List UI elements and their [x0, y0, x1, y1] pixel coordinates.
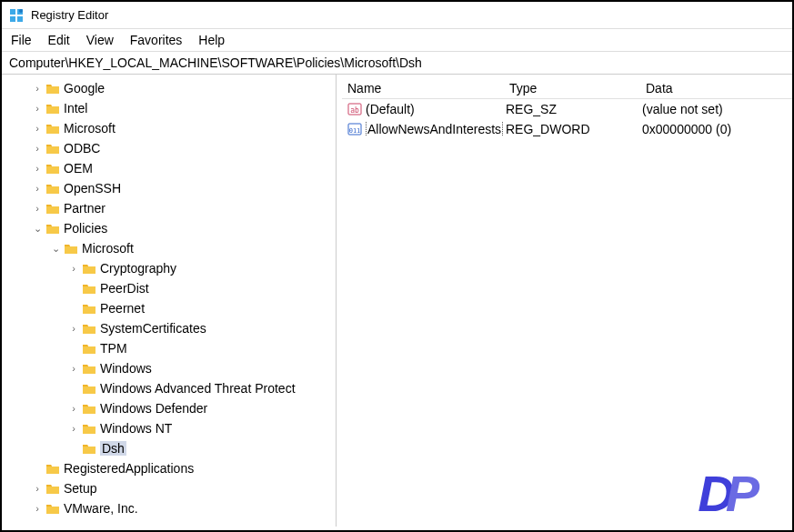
tree-item-registeredapplications[interactable]: ›RegisteredApplications [5, 458, 336, 478]
tree-item-oem[interactable]: ›OEM [5, 158, 336, 178]
tree-item-defender[interactable]: ›Windows Defender [5, 398, 336, 418]
folder-icon [82, 402, 96, 415]
reg-sz-icon: ab [347, 102, 362, 116]
svg-text:ab: ab [350, 106, 359, 115]
tree-item-windows[interactable]: ›Windows [5, 358, 336, 378]
col-data[interactable]: Data [640, 78, 792, 98]
address-bar[interactable]: Computer\HKEY_LOCAL_MACHINE\SOFTWARE\Pol… [2, 52, 792, 75]
tree-item-partner[interactable]: ›Partner [5, 198, 336, 218]
main-split: ›Google ›Intel ›Microsoft ›ODBC ›OEM ›Op… [2, 75, 792, 527]
values-pane: Name Type Data ab (Default) REG_SZ (valu… [337, 75, 792, 527]
menu-favorites[interactable]: Favorites [130, 33, 183, 47]
menu-view[interactable]: View [86, 33, 114, 47]
tree-item-google[interactable]: ›Google [5, 78, 336, 98]
folder-icon [45, 222, 60, 235]
window-title: Registry Editor [31, 8, 108, 22]
folder-icon [82, 442, 96, 455]
value-row-allownews[interactable]: 011 AllowNewsAndInterests REG_DWORD 0x00… [342, 119, 792, 139]
regedit-app-icon [9, 8, 24, 23]
col-name[interactable]: Name [342, 78, 504, 98]
menu-file[interactable]: File [11, 33, 32, 47]
svg-rect-3 [17, 16, 23, 22]
title-bar: Registry Editor [2, 2, 792, 29]
tree-item-intel[interactable]: ›Intel [5, 98, 336, 118]
svg-rect-0 [10, 9, 15, 15]
folder-icon [45, 142, 60, 155]
value-type: REG_SZ [506, 102, 642, 116]
value-row-default[interactable]: ab (Default) REG_SZ (value not set) [342, 99, 792, 119]
folder-icon [45, 162, 60, 175]
col-type[interactable]: Type [504, 78, 640, 98]
value-name: (Default) [366, 102, 506, 116]
tree-item-peerdist[interactable]: ›PeerDist [5, 278, 336, 298]
svg-point-4 [19, 9, 23, 13]
tree-item-dsh[interactable]: ›Dsh [5, 438, 336, 458]
menu-bar: File Edit View Favorites Help [2, 29, 792, 52]
folder-icon [45, 482, 60, 495]
folder-icon [82, 362, 96, 375]
values-header: Name Type Data [342, 78, 792, 99]
folder-icon [45, 82, 60, 95]
tree-item-windows-nt[interactable]: ›Windows NT [5, 418, 336, 438]
value-data: 0x00000000 (0) [642, 122, 792, 136]
folder-icon [45, 102, 60, 115]
folder-icon [82, 382, 96, 395]
tree-item-cryptography[interactable]: ›Cryptography [5, 258, 336, 278]
tree-item-microsoft[interactable]: ›Microsoft [5, 118, 336, 138]
tree-item-watp[interactable]: ›Windows Advanced Threat Protect [5, 378, 336, 398]
folder-icon [82, 282, 96, 295]
folder-icon [82, 322, 96, 335]
value-data: (value not set) [642, 102, 792, 116]
folder-icon [82, 262, 96, 275]
menu-edit[interactable]: Edit [48, 33, 70, 47]
tree-item-policies-microsoft[interactable]: ⌄Microsoft [5, 238, 336, 258]
value-type: REG_DWORD [506, 122, 642, 136]
tree-item-peernet[interactable]: ›Peernet [5, 298, 336, 318]
folder-icon [45, 182, 60, 195]
tree-item-setup[interactable]: ›Setup [5, 478, 336, 498]
tree-item-vmware[interactable]: ›VMware, Inc. [5, 498, 336, 518]
menu-help[interactable]: Help [198, 33, 225, 47]
folder-icon [45, 502, 60, 515]
folder-icon [64, 242, 78, 255]
tree-item-odbc[interactable]: ›ODBC [5, 138, 336, 158]
tree-item-tpm[interactable]: ›TPM [5, 338, 336, 358]
folder-icon [45, 122, 60, 135]
reg-dword-icon: 011 [347, 122, 362, 136]
folder-icon [82, 302, 96, 315]
value-name: AllowNewsAndInterests [366, 122, 506, 136]
svg-rect-2 [10, 16, 15, 22]
svg-text:011: 011 [349, 127, 361, 135]
folder-icon [45, 462, 60, 475]
tree-item-openssh[interactable]: ›OpenSSH [5, 178, 336, 198]
folder-icon [82, 422, 96, 435]
tree-item-systemcertificates[interactable]: ›SystemCertificates [5, 318, 336, 338]
tree-item-policies[interactable]: ⌄Policies [5, 218, 336, 238]
folder-icon [82, 342, 96, 355]
tree-pane[interactable]: ›Google ›Intel ›Microsoft ›ODBC ›OEM ›Op… [2, 75, 337, 527]
folder-icon [45, 202, 60, 215]
